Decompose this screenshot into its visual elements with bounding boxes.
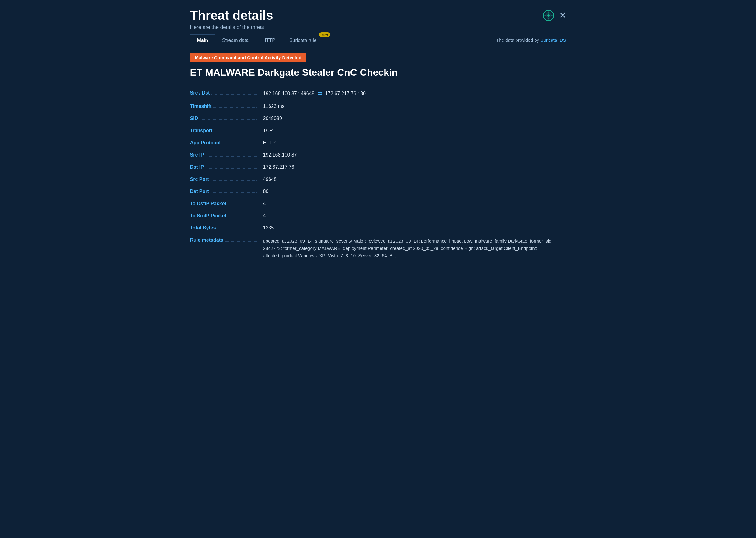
- panel-header: Threat details Here are the details of t…: [190, 9, 566, 30]
- value-src-dst: 192.168.100.87 : 49648 ⇄ 172.67.217.76 :…: [257, 87, 566, 100]
- ai-icon[interactable]: [543, 10, 554, 21]
- value-timeshift: 11623 ms: [257, 100, 566, 112]
- title-group: Threat details Here are the details of t…: [190, 9, 273, 30]
- value-to-dstip-packet: 4: [257, 197, 566, 210]
- value-app-protocol: HTTP: [257, 137, 566, 149]
- label-to-srcip-packet: To SrcIP Packet: [190, 210, 257, 222]
- new-badge: new: [319, 32, 330, 37]
- tab-suricata-rule[interactable]: Suricata rule new: [282, 34, 332, 46]
- threat-details-panel: Threat details Here are the details of t…: [180, 0, 576, 274]
- transfer-icon: ⇄: [318, 90, 322, 97]
- value-src-ip: 192.168.100.87: [257, 149, 566, 161]
- value-dst-ip: 172.67.217.76: [257, 161, 566, 173]
- value-to-srcip-packet: 4: [257, 210, 566, 222]
- value-sid: 2048089: [257, 112, 566, 125]
- svg-point-1: [547, 14, 550, 17]
- label-app-protocol: App Protocol: [190, 137, 257, 149]
- label-rule-metadata: Rule metadata: [190, 234, 257, 263]
- value-rule-metadata: updated_at 2023_09_14; signature_severit…: [257, 234, 566, 263]
- alert-badge: Malware Command and Control Activity Det…: [190, 53, 306, 62]
- label-timeshift: Timeshift: [190, 100, 257, 112]
- value-transport: TCP: [257, 125, 566, 137]
- label-transport: Transport: [190, 125, 257, 137]
- provider-link[interactable]: Suricata IDS: [540, 37, 566, 42]
- provider-info: The data provided by Suricata IDS: [496, 37, 566, 42]
- label-src-dst: Src / Dst: [190, 87, 257, 100]
- tab-http[interactable]: HTTP: [256, 34, 282, 46]
- header-actions: ✕: [543, 10, 566, 21]
- page-title: Threat details: [190, 9, 273, 23]
- label-src-ip: Src IP: [190, 149, 257, 161]
- label-total-bytes: Total Bytes: [190, 222, 257, 234]
- label-dst-ip: Dst IP: [190, 161, 257, 173]
- page-subtitle: Here are the details of the threat: [190, 24, 273, 30]
- value-total-bytes: 1335: [257, 222, 566, 234]
- tab-main[interactable]: Main: [190, 34, 215, 46]
- close-icon[interactable]: ✕: [559, 11, 566, 20]
- details-grid: Src / Dst 192.168.100.87 : 49648 ⇄ 172.6…: [190, 87, 566, 263]
- value-src-port: 49648: [257, 173, 566, 186]
- label-sid: SID: [190, 112, 257, 125]
- value-dst-port: 80: [257, 186, 566, 197]
- label-src-port: Src Port: [190, 173, 257, 186]
- label-dst-port: Dst Port: [190, 186, 257, 197]
- tabs-row: Main Stream data HTTP Suricata rule new …: [190, 34, 566, 46]
- tabs-left: Main Stream data HTTP Suricata rule new: [190, 34, 332, 46]
- label-to-dstip-packet: To DstIP Packet: [190, 197, 257, 210]
- tab-stream-data[interactable]: Stream data: [215, 34, 256, 46]
- threat-name: ET MALWARE Darkgate Stealer CnC Checkin: [190, 67, 566, 78]
